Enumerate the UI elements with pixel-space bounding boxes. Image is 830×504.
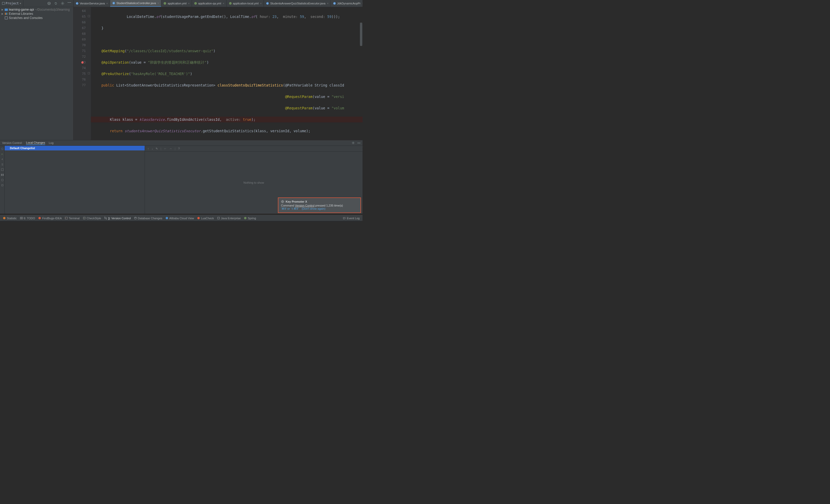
notification-title: Key Promoter X — [286, 200, 307, 203]
expand-icon[interactable] — [1, 184, 4, 187]
tree-scratches[interactable]: ▶ Scratches and Consoles — [0, 16, 73, 20]
gutter-line-72[interactable]: 72 — [73, 54, 91, 60]
status-btn-vcs[interactable]: 9: Version Control — [103, 217, 132, 220]
gutter-line-77[interactable]: 77 — [73, 82, 91, 88]
gutter-line-64[interactable]: 64 — [73, 8, 91, 14]
close-icon[interactable]: × — [106, 2, 108, 5]
gutter-line-65[interactable]: 65 — [73, 14, 91, 20]
gutter-line-69[interactable]: 69 — [73, 37, 91, 42]
status-btn-spring[interactable]: Spring — [243, 217, 257, 220]
edit-icon[interactable]: ✎ — [156, 147, 158, 150]
changelist-tree[interactable]: Default Changelist — [5, 146, 145, 214]
notification-key-promoter[interactable]: Key Promoter X Command Version Control p… — [278, 197, 361, 213]
notification-line1: Command Version Control pressed 1,235 ti… — [281, 204, 358, 207]
gutter-line-66[interactable]: 66 — [73, 20, 91, 25]
close-icon[interactable]: × — [327, 2, 328, 5]
editor-tab-4[interactable]: application-local.yml× — [227, 0, 264, 7]
gutter-line-76[interactable]: 76 — [73, 76, 91, 82]
notification-dont-show-link[interactable]: (Don't show again) — [302, 207, 325, 210]
jee-icon — [217, 217, 220, 220]
arrow-right-icon[interactable]: → — [169, 147, 172, 150]
status-btn-findbugs[interactable]: FindBugs-IDEA — [37, 217, 63, 220]
gear-icon[interactable] — [352, 141, 355, 145]
gutter-line-75[interactable]: 75 — [73, 71, 91, 76]
arrow-down-icon[interactable]: ↓ — [152, 147, 153, 150]
minimize-icon[interactable] — [67, 2, 71, 6]
close-icon[interactable]: × — [260, 2, 262, 5]
svg-point-37 — [244, 217, 247, 219]
code-area[interactable]: LocalDateTime.of(studentUsageParam.getEn… — [91, 7, 362, 140]
locate-icon[interactable] — [47, 2, 51, 5]
editor: 6465666768697071727374757677 LocalDateTi… — [73, 7, 362, 140]
svg-rect-22 — [3, 174, 4, 176]
status-bar: Statistic6: TODOFindBugs-IDEATerminalChe… — [0, 215, 362, 221]
svg-text:C: C — [267, 2, 268, 5]
java-class-icon: C — [112, 2, 115, 5]
gutter-line-71[interactable]: 71 — [73, 48, 91, 54]
help-icon[interactable]: ? — [178, 147, 180, 150]
gutter-line-73[interactable]: 73 — [73, 60, 91, 65]
vcs-tab-log[interactable]: Log — [49, 141, 54, 145]
gutter-line-67[interactable]: 67 — [73, 25, 91, 31]
scrollbar-thumb[interactable] — [360, 23, 362, 46]
status-btn-todo[interactable]: 6: TODO — [19, 217, 37, 220]
java-class-icon: C — [333, 2, 336, 5]
hide-icon[interactable] — [357, 143, 360, 143]
rollback-icon[interactable] — [1, 158, 4, 161]
editor-tab-1[interactable]: CStudentStatisticsController.java× — [110, 0, 161, 7]
event-log-button[interactable]: Event Log — [342, 217, 361, 220]
commit-icon[interactable] — [1, 153, 4, 156]
svg-rect-14 — [5, 8, 8, 11]
close-icon[interactable]: × — [362, 2, 362, 5]
tree-root-label: learning-game-api — [9, 8, 34, 11]
status-btn-checkstyle[interactable]: CheckStyle — [82, 217, 103, 220]
status-btn-ali[interactable]: Alibaba Cloud View — [164, 217, 195, 220]
gutter-line-74[interactable]: 74 — [73, 65, 91, 71]
group-icon[interactable] — [1, 173, 4, 177]
status-btn-statistic[interactable]: Statistic — [2, 217, 18, 220]
vcs-tab-local-changes[interactable]: Local Changes — [26, 141, 45, 145]
refresh-icon[interactable] — [54, 2, 58, 5]
close-icon[interactable]: × — [223, 2, 224, 5]
scrollbar[interactable] — [360, 7, 362, 140]
project-dropdown[interactable]: Project ▼ — [0, 0, 23, 7]
fold-icon[interactable] — [88, 15, 90, 17]
yaml-file-icon — [163, 2, 166, 5]
status-btn-db[interactable]: Database Changes — [133, 217, 164, 220]
refresh-icon[interactable] — [1, 147, 4, 150]
code-line-72: @RequestParam(value = "volum — [93, 105, 362, 111]
chevron-right-icon: ▶ — [2, 8, 4, 11]
diff-icon[interactable] — [1, 163, 4, 166]
breakpoint-icon[interactable] — [81, 61, 84, 64]
status-btn-lua[interactable]: LuaCheck — [196, 217, 215, 220]
gear-icon[interactable] — [61, 2, 64, 5]
arrow-left-icon[interactable]: ← — [164, 147, 167, 150]
editor-tab-6[interactable]: CJdkDynamicAopPr× — [331, 0, 362, 7]
fold-icon[interactable] — [88, 72, 90, 74]
close-icon[interactable]: × — [188, 2, 190, 5]
gutter-line-70[interactable]: 70 — [73, 42, 91, 48]
shelve-icon[interactable] — [1, 168, 4, 171]
svg-point-34 — [166, 217, 168, 219]
tab-label: StudentStatisticsController.java — [116, 2, 156, 5]
close-icon[interactable]: × — [158, 2, 159, 5]
status-btn-terminal[interactable]: Terminal — [64, 217, 81, 220]
arrow-up-icon[interactable]: ↑ — [148, 147, 149, 150]
tree-root[interactable]: ▶ learning-game-api ~/Documents/p3/learn… — [0, 7, 73, 12]
default-changelist[interactable]: Default Changelist — [5, 146, 145, 150]
editor-tab-2[interactable]: application.yml× — [161, 0, 192, 7]
svg-point-9 — [229, 2, 232, 5]
status-btn-jee[interactable]: Java Enterprise — [216, 217, 242, 220]
editor-tab-5[interactable]: CStudentsAnswerQuizStatisticsExecutor.ja… — [264, 0, 331, 7]
svg-rect-20 — [1, 168, 3, 171]
editor-tab-3[interactable]: application-qa.yml× — [192, 0, 227, 7]
editor-tab-0[interactable]: CVersionService.java× — [73, 0, 110, 7]
svg-point-26 — [3, 217, 5, 219]
notification-shortcut-link[interactable]: '⌘9' or '⇧⌘9' — [281, 207, 299, 210]
svg-point-2 — [62, 3, 63, 4]
plugin-icon — [281, 200, 284, 203]
gutter-line-68[interactable]: 68 — [73, 31, 91, 37]
code-line-71: @RequestParam(value = "versi — [93, 94, 362, 99]
tree-external-libs[interactable]: ▶ External Libraries — [0, 12, 73, 16]
changelist-icon[interactable] — [1, 179, 4, 182]
